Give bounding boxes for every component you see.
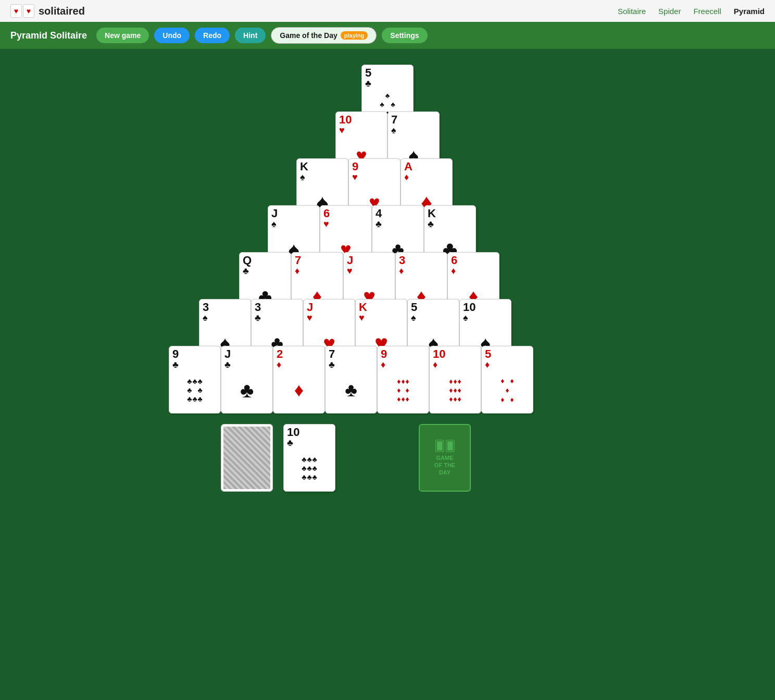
logo-card-2: ♥ <box>23 4 34 18</box>
playing-badge: playing <box>341 31 368 40</box>
deck-back-pattern <box>221 424 272 491</box>
hint-button[interactable]: Hint <box>235 28 266 43</box>
deck-back[interactable] <box>221 424 273 492</box>
nav-solitaire[interactable]: Solitaire <box>618 7 646 16</box>
page-title: Pyramid Solitaire <box>10 30 87 41</box>
card-r7-c6[interactable]: 10 ♦ ♦♦♦ ♦♦♦ ♦♦♦ <box>429 346 481 414</box>
card-r7-c2[interactable]: J ♣ ♣ <box>221 346 273 414</box>
redo-button[interactable]: Redo <box>195 28 230 43</box>
gotd-placeholder[interactable]: 🂠🂠 GAMEOF THEDAY <box>419 424 471 492</box>
game-area: 5 ♣ ♣ ♣♣ ♣ ♣ 10 ♥ ♥ 7 ♠ ♠ <box>0 49 775 686</box>
logo-card-1: ♥ <box>10 4 22 18</box>
new-game-button[interactable]: New game <box>96 28 149 43</box>
nav-freecell[interactable]: Freecell <box>693 7 721 16</box>
gotd-placeholder-text: GAMEOF THEDAY <box>434 454 455 477</box>
game-of-day-label: Game of the Day <box>280 31 337 40</box>
top-nav: ♥ ♥ solitaired Solitaire Spider Freecell… <box>0 0 775 22</box>
card-r7-c4[interactable]: 7 ♣ ♣ <box>325 346 377 414</box>
logo-area: ♥ ♥ solitaired <box>10 4 85 18</box>
nav-pyramid[interactable]: Pyramid <box>734 7 765 16</box>
settings-button[interactable]: Settings <box>382 28 427 43</box>
deck-top-card[interactable]: 10 ♣ ♣♣♣ ♣♣♣ ♣♣♣ <box>283 424 335 492</box>
card-r7-c5[interactable]: 9 ♦ ♦♦♦ ♦♦ ♦♦♦ <box>377 346 429 414</box>
nav-links: Solitaire Spider Freecell Pyramid <box>618 7 765 16</box>
logo-icon: ♥ ♥ <box>10 4 34 18</box>
card-r7-c3[interactable]: 2 ♦ ♦ <box>273 346 325 414</box>
nav-spider[interactable]: Spider <box>658 7 681 16</box>
pyramid-container: 5 ♣ ♣ ♣♣ ♣ ♣ 10 ♥ ♥ 7 ♠ ♠ <box>164 59 611 424</box>
logo-text: solitaired <box>39 5 85 17</box>
undo-button[interactable]: Undo <box>154 28 190 43</box>
card-r7-c1[interactable]: 9 ♣ ♣♣♣ ♣♣ ♣♣♣ <box>169 346 221 414</box>
toolbar: Pyramid Solitaire New game Undo Redo Hin… <box>0 22 775 49</box>
game-of-day-button[interactable]: Game of the Day playing <box>271 27 377 44</box>
card-r7-c7[interactable]: 5 ♦ ♦♦ ♦ ♦♦ <box>481 346 533 414</box>
